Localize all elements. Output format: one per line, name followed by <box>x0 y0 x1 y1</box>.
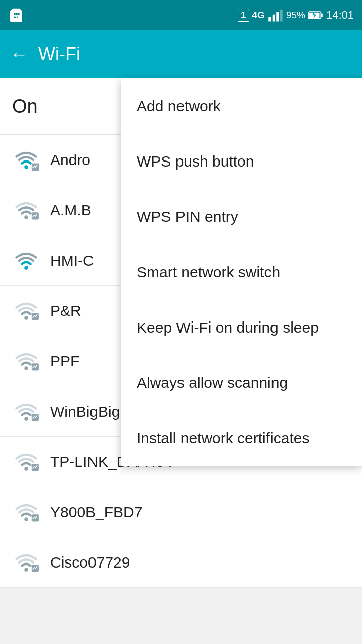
svg-point-9 <box>24 215 28 219</box>
wifi-icon <box>13 248 39 274</box>
wifi-signal-icon <box>12 448 40 476</box>
status-bar: 1 4G 95% 14:01 <box>0 0 362 30</box>
network-type: 4G <box>252 10 265 21</box>
svg-rect-0 <box>268 17 271 22</box>
dropdown-menu: Add network WPS push button WPS PIN entr… <box>121 78 362 466</box>
wifi-icon <box>13 298 39 324</box>
wifi-signal-icon <box>12 498 40 526</box>
menu-item-wps-push[interactable]: WPS push button <box>121 134 362 189</box>
battery-icon <box>308 9 323 22</box>
menu-item-always-scan[interactable]: Always allow scanning <box>121 355 362 411</box>
sim-icon <box>8 7 24 23</box>
network-item-y800b[interactable]: Y800B_FBD7 <box>0 487 362 537</box>
wifi-icon <box>13 449 39 475</box>
sim-number: 1 <box>238 9 249 22</box>
svg-point-11 <box>24 266 28 270</box>
wifi-signal-icon <box>12 347 40 375</box>
menu-item-install-certs[interactable]: Install network certificates <box>121 411 362 466</box>
status-bar-left <box>8 7 24 23</box>
wifi-icon <box>13 197 39 223</box>
wifi-signal-icon <box>12 196 40 224</box>
svg-point-12 <box>24 316 28 320</box>
wifi-icon <box>13 549 39 576</box>
wifi-status-label: On <box>12 96 38 117</box>
menu-item-smart-switch[interactable]: Smart network switch <box>121 245 362 300</box>
svg-rect-2 <box>276 12 279 22</box>
network-name: A.M.B <box>50 202 92 219</box>
network-name: HMI-C <box>50 252 94 269</box>
wifi-icon <box>13 147 39 173</box>
svg-rect-1 <box>273 15 275 22</box>
menu-item-add-network[interactable]: Add network <box>121 78 362 134</box>
time-display: 14:01 <box>326 9 354 22</box>
signal-icon <box>268 8 283 22</box>
status-bar-right: 1 4G 95% 14:01 <box>238 8 354 22</box>
network-name: Y800B_FBD7 <box>50 504 142 521</box>
wifi-icon <box>13 499 39 525</box>
wifi-icon <box>13 348 39 374</box>
svg-point-22 <box>24 568 28 572</box>
wifi-signal-icon <box>12 146 40 174</box>
battery-percentage: 95% <box>286 10 305 21</box>
svg-point-20 <box>24 517 28 521</box>
network-name: Cisco07729 <box>50 554 130 571</box>
svg-rect-3 <box>280 10 283 22</box>
wifi-signal-icon <box>12 297 40 325</box>
network-name: P&R <box>50 302 81 319</box>
wifi-signal-icon <box>12 247 40 275</box>
svg-rect-5 <box>321 14 322 17</box>
network-name: PPF <box>50 353 79 370</box>
svg-point-7 <box>24 165 28 169</box>
screen-title: Wi-Fi <box>38 44 80 65</box>
menu-item-wps-pin[interactable]: WPS PIN entry <box>121 189 362 245</box>
toolbar: ← Wi-Fi <box>0 30 362 78</box>
wifi-signal-icon <box>12 548 40 577</box>
svg-point-18 <box>24 467 28 471</box>
menu-item-keep-wifi[interactable]: Keep Wi-Fi on during sleep <box>121 300 362 355</box>
wifi-icon <box>13 398 39 425</box>
svg-point-14 <box>24 366 28 370</box>
wifi-signal-icon <box>12 397 40 426</box>
back-button[interactable]: ← <box>10 44 28 65</box>
svg-point-16 <box>24 417 28 421</box>
network-name: Andro <box>50 151 90 169</box>
main-content: On Andro <box>0 78 362 588</box>
network-item-cisco[interactable]: Cisco07729 <box>0 537 362 588</box>
